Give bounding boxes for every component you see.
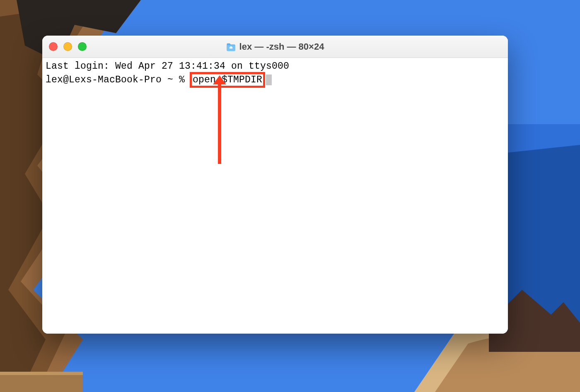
svg-rect-2 <box>0 373 83 392</box>
close-button[interactable] <box>49 42 58 51</box>
shell-prompt: lex@Lexs-MacBook-Pro ~ % <box>46 75 191 85</box>
window-title-bar[interactable]: lex — -zsh — 80×24 <box>42 36 508 58</box>
typed-command: open $TMPDIR <box>193 75 262 85</box>
command-highlight: open $TMPDIR <box>190 72 265 88</box>
window-controls <box>49 42 87 51</box>
window-title-text: lex — -zsh — 80×24 <box>239 41 324 52</box>
fullscreen-button[interactable] <box>78 42 87 51</box>
home-folder-icon <box>226 43 236 51</box>
svg-rect-3 <box>0 372 83 375</box>
prompt-line: lex@Lexs-MacBook-Pro ~ % open $TMPDIR <box>46 72 505 88</box>
annotation-arrow-icon <box>218 83 221 164</box>
last-login-line: Last login: Wed Apr 27 13:41:34 on ttys0… <box>46 60 505 72</box>
minimize-button[interactable] <box>63 42 72 51</box>
terminal-window[interactable]: lex — -zsh — 80×24 Last login: Wed Apr 2… <box>42 36 508 334</box>
window-title: lex — -zsh — 80×24 <box>226 41 324 52</box>
terminal-cursor <box>266 75 272 85</box>
terminal-content[interactable]: Last login: Wed Apr 27 13:41:34 on ttys0… <box>42 58 508 334</box>
